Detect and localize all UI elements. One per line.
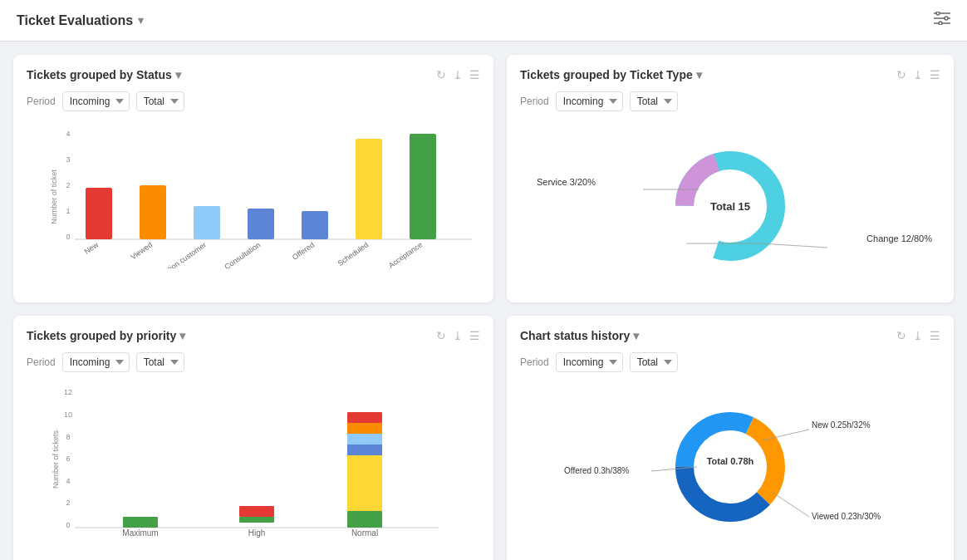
card-title-type: Tickets grouped by Ticket Type ▾ bbox=[520, 68, 702, 81]
status-chevron-icon[interactable]: ▾ bbox=[175, 68, 181, 81]
card-header-type: Tickets grouped by Ticket Type ▾ ↻ ⤓ ☰ bbox=[520, 68, 940, 81]
svg-text:Scheduled: Scheduled bbox=[336, 240, 371, 268]
donut-chart-status-history: Total 0.78h New 0.25h/32% Viewed 0.23h/3… bbox=[520, 384, 940, 550]
svg-text:12: 12 bbox=[64, 388, 72, 396]
page-title: Ticket Evaluations ▾ bbox=[17, 13, 144, 28]
filter-icon-priority[interactable]: ☰ bbox=[469, 329, 480, 342]
title-text: Ticket Evaluations bbox=[17, 13, 133, 28]
refresh-icon-priority[interactable]: ↻ bbox=[436, 329, 446, 342]
refresh-icon-chart-status[interactable]: ↻ bbox=[896, 329, 906, 342]
svg-text:8: 8 bbox=[66, 433, 70, 441]
card-chart-status-history: Chart status history ▾ ↻ ⤓ ☰ Period Inco… bbox=[507, 316, 954, 560]
svg-rect-48 bbox=[347, 423, 382, 434]
svg-rect-43 bbox=[239, 506, 274, 517]
svg-text:0: 0 bbox=[66, 521, 70, 529]
svg-text:2: 2 bbox=[66, 499, 70, 507]
card-header-chart-status: Chart status history ▾ ↻ ⤓ ☰ bbox=[520, 329, 940, 342]
svg-point-4 bbox=[945, 17, 948, 20]
card-title-chart-status: Chart status history ▾ bbox=[520, 329, 639, 342]
svg-text:0: 0 bbox=[66, 233, 70, 241]
svg-text:1: 1 bbox=[66, 207, 70, 215]
period-select-priority[interactable]: Incoming bbox=[62, 352, 130, 372]
period-select-chart-status[interactable]: Incoming bbox=[556, 352, 623, 372]
svg-text:Offered 0.3h/38%: Offered 0.3h/38% bbox=[564, 466, 629, 475]
svg-rect-17 bbox=[356, 139, 382, 239]
svg-rect-46 bbox=[347, 445, 382, 455]
period-label-chart-status: Period bbox=[520, 356, 549, 368]
download-icon-type[interactable]: ⤓ bbox=[913, 68, 923, 81]
donut-chart-type: Total 15 Service 3/20% Change 12/80% bbox=[520, 123, 940, 289]
filter-icon-chart-status[interactable]: ☰ bbox=[930, 329, 940, 342]
filter-icon-status[interactable]: ☰ bbox=[469, 68, 480, 81]
chart-status-chevron-icon[interactable]: ▾ bbox=[633, 329, 639, 342]
bar-chart-status: Number of ticket 0 1 2 3 4 bbox=[27, 123, 480, 271]
svg-text:New: New bbox=[83, 240, 101, 256]
filter-bar-priority: Period Incoming Total bbox=[27, 352, 480, 372]
svg-point-5 bbox=[939, 22, 942, 25]
svg-rect-13 bbox=[140, 185, 166, 239]
total-select-status[interactable]: Total bbox=[136, 91, 184, 111]
card-tickets-by-priority: Tickets grouped by priority ▾ ↻ ⤓ ☰ Peri… bbox=[13, 316, 493, 560]
period-label-status: Period bbox=[27, 96, 56, 107]
filter-bar-status: Period Incoming Total bbox=[27, 91, 480, 111]
svg-rect-45 bbox=[347, 455, 382, 511]
svg-text:2: 2 bbox=[66, 181, 70, 189]
card-title-status: Tickets grouped by Status ▾ bbox=[27, 68, 181, 81]
svg-text:Acceptance: Acceptance bbox=[387, 240, 424, 268]
card-actions-chart-status: ↻ ⤓ ☰ bbox=[896, 329, 940, 342]
priority-chevron-icon[interactable]: ▾ bbox=[179, 329, 185, 342]
dashboard-grid: Tickets grouped by Status ▾ ↻ ⤓ ☰ Period… bbox=[0, 42, 967, 560]
svg-rect-18 bbox=[410, 134, 436, 239]
refresh-icon-type[interactable]: ↻ bbox=[896, 68, 906, 81]
title-chevron-icon[interactable]: ▾ bbox=[138, 14, 144, 27]
period-label-priority: Period bbox=[27, 356, 56, 368]
svg-point-3 bbox=[936, 12, 940, 15]
svg-text:10: 10 bbox=[64, 410, 72, 419]
y-axis-label-status: Number of ticket bbox=[50, 169, 58, 224]
service-label: Service 3/20% bbox=[537, 177, 596, 187]
svg-text:Offered: Offered bbox=[291, 240, 316, 261]
svg-rect-47 bbox=[347, 434, 382, 445]
svg-rect-41 bbox=[123, 517, 158, 528]
svg-rect-44 bbox=[347, 511, 382, 528]
svg-text:Normal: Normal bbox=[351, 528, 378, 538]
change-label: Change 12/80% bbox=[866, 233, 932, 243]
svg-rect-15 bbox=[248, 209, 274, 239]
download-icon-priority[interactable]: ⤓ bbox=[453, 329, 463, 342]
app-header: Ticket Evaluations ▾ bbox=[0, 0, 967, 42]
settings-icon[interactable] bbox=[934, 12, 950, 29]
svg-text:4: 4 bbox=[66, 130, 70, 138]
period-select-type[interactable]: Incoming bbox=[556, 91, 623, 111]
type-chevron-icon[interactable]: ▾ bbox=[696, 68, 702, 81]
svg-text:New 0.25h/32%: New 0.25h/32% bbox=[812, 420, 871, 430]
download-icon-status[interactable]: ⤓ bbox=[453, 68, 463, 81]
total-select-chart-status[interactable]: Total bbox=[630, 352, 678, 372]
refresh-icon-status[interactable]: ↻ bbox=[436, 68, 446, 81]
svg-rect-14 bbox=[194, 206, 220, 239]
svg-text:6: 6 bbox=[66, 454, 70, 463]
total-select-priority[interactable]: Total bbox=[136, 352, 184, 372]
card-tickets-by-type: Tickets grouped by Ticket Type ▾ ↻ ⤓ ☰ P… bbox=[507, 55, 954, 302]
svg-rect-49 bbox=[347, 412, 382, 423]
card-title-priority: Tickets grouped by priority ▾ bbox=[27, 329, 185, 342]
period-select-status[interactable]: Incoming bbox=[62, 91, 130, 111]
svg-text:3: 3 bbox=[66, 155, 70, 164]
svg-rect-12 bbox=[86, 188, 112, 239]
svg-rect-16 bbox=[302, 211, 328, 239]
filter-bar-type: Period Incoming Total bbox=[520, 91, 940, 111]
period-label-type: Period bbox=[520, 96, 549, 107]
filter-bar-chart-status: Period Incoming Total bbox=[520, 352, 940, 372]
card-actions-status: ↻ ⤓ ☰ bbox=[436, 68, 480, 81]
svg-text:Viewed 0.23h/30%: Viewed 0.23h/30% bbox=[812, 512, 881, 521]
card-actions-type: ↻ ⤓ ☰ bbox=[896, 68, 940, 81]
svg-text:Consultation: Consultation bbox=[223, 240, 262, 268]
card-header-status: Tickets grouped by Status ▾ ↻ ⤓ ☰ bbox=[27, 68, 480, 81]
card-header-priority: Tickets grouped by priority ▾ ↻ ⤓ ☰ bbox=[27, 329, 480, 342]
card-tickets-by-status: Tickets grouped by Status ▾ ↻ ⤓ ☰ Period… bbox=[13, 55, 493, 302]
filter-icon-type[interactable]: ☰ bbox=[930, 68, 940, 81]
y-axis-label-priority: Number of tickets bbox=[52, 430, 60, 489]
svg-text:4: 4 bbox=[66, 477, 70, 485]
total-select-type[interactable]: Total bbox=[630, 91, 678, 111]
svg-rect-42 bbox=[239, 517, 274, 523]
download-icon-chart-status[interactable]: ⤓ bbox=[913, 329, 923, 342]
